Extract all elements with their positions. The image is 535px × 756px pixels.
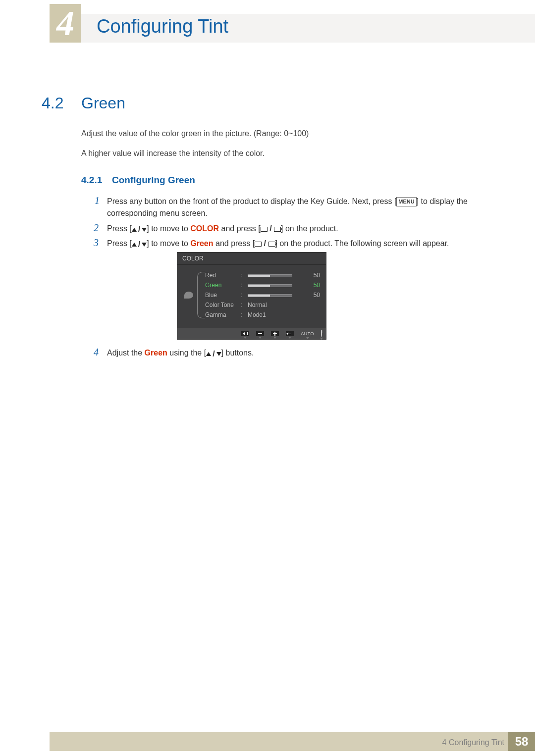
section-title: Green bbox=[81, 94, 125, 112]
monitor-source-icon: / bbox=[255, 239, 275, 248]
osd-label-green: Green bbox=[205, 282, 237, 289]
osd-power-icon bbox=[321, 331, 322, 337]
monitor-source-icon: / bbox=[261, 224, 281, 233]
step-3-part-d: ] on the product. The following screen w… bbox=[275, 239, 449, 248]
section-number: 4.2 bbox=[42, 94, 63, 112]
osd-icon-column bbox=[183, 272, 194, 318]
step-3-part-b: ] to move to bbox=[147, 239, 190, 248]
step-4-number: 4 bbox=[94, 347, 99, 358]
footer-page-number: 58 bbox=[508, 732, 535, 751]
osd-title: COLOR bbox=[177, 252, 326, 265]
osd-numbers: 50 50 50 bbox=[308, 272, 320, 318]
chapter-title: Configuring Tint bbox=[97, 16, 228, 37]
osd-footer: AUTO bbox=[177, 328, 326, 339]
osd-label-gamma: Gamma bbox=[205, 311, 237, 318]
up-down-icon: / bbox=[132, 224, 147, 236]
osd-minus-icon bbox=[256, 331, 264, 336]
step-2-part-a: Press [ bbox=[107, 224, 132, 233]
chapter-number-box: 4 bbox=[50, 4, 81, 43]
keyword-green: Green bbox=[190, 239, 213, 248]
step-1-text: Press any button on the front of the pro… bbox=[107, 196, 498, 219]
footer-chapter-ref: 4 Configuring Tint bbox=[442, 738, 504, 747]
step-2-part-d: ] on the product. bbox=[281, 224, 338, 233]
up-down-icon: / bbox=[132, 239, 147, 251]
osd-value-colortone: Normal bbox=[248, 302, 304, 308]
subsection-number: 4.2.1 bbox=[81, 175, 102, 186]
keyword-green: Green bbox=[145, 349, 167, 357]
osd-num-blue: 50 bbox=[308, 292, 320, 299]
osd-bar-red bbox=[248, 272, 304, 279]
step-4-part-b: using the [ bbox=[167, 349, 206, 357]
osd-auto-label: AUTO bbox=[301, 331, 314, 336]
step-2-part-b: ] to move to bbox=[147, 224, 190, 233]
osd-label-blue: Blue bbox=[205, 292, 237, 299]
up-down-icon: / bbox=[206, 348, 221, 360]
step-4-part-c: ] buttons. bbox=[221, 349, 254, 357]
osd-plus-icon bbox=[271, 331, 279, 336]
osd-bar-blue bbox=[248, 292, 304, 299]
osd-bar-green bbox=[248, 282, 304, 289]
step-3-number: 3 bbox=[94, 237, 99, 249]
osd-enter-icon bbox=[286, 331, 294, 336]
osd-value-gamma: Mode1 bbox=[248, 311, 304, 318]
menu-arc-decoration bbox=[197, 272, 205, 318]
step-2-part-c: and press [ bbox=[219, 224, 261, 233]
step-3-text: Press [/] to move to Green and press [ /… bbox=[107, 238, 498, 251]
subsection-title: Configuring Green bbox=[112, 175, 195, 186]
osd-values: Normal Mode1 bbox=[248, 272, 304, 318]
osd-label-colortone: Color Tone bbox=[205, 302, 237, 308]
osd-num-green: 50 bbox=[308, 282, 320, 289]
keyword-color: COLOR bbox=[190, 224, 219, 233]
intro-paragraph-2: A higher value will increase the intensi… bbox=[81, 148, 490, 159]
step-4-text: Adjust the Green using the [/] buttons. bbox=[107, 347, 498, 360]
osd-back-icon bbox=[241, 331, 249, 336]
step-1-number: 1 bbox=[95, 195, 100, 206]
step-2-number: 2 bbox=[94, 222, 99, 234]
step-2-text: Press [/] to move to COLOR and press [ /… bbox=[107, 223, 498, 236]
step-3-part-a: Press [ bbox=[107, 239, 132, 248]
osd-label-red: Red bbox=[205, 272, 237, 279]
step-3-part-c: and press [ bbox=[214, 239, 255, 248]
intro-paragraph-1: Adjust the value of the color green in t… bbox=[81, 128, 490, 140]
osd-num-red: 50 bbox=[308, 272, 320, 279]
osd-body: Red Green Blue Color Tone Gamma ::::: No… bbox=[177, 265, 326, 328]
step-1-part-a: Press any button on the front of the pro… bbox=[107, 197, 396, 205]
step-4-part-a: Adjust the bbox=[107, 349, 145, 357]
osd-color-menu: COLOR Red Green Blue Color Tone Gamma ::… bbox=[177, 252, 326, 339]
osd-separators: ::::: bbox=[241, 272, 244, 318]
palette-icon bbox=[184, 292, 193, 299]
menu-badge-icon: MENU bbox=[396, 197, 416, 206]
